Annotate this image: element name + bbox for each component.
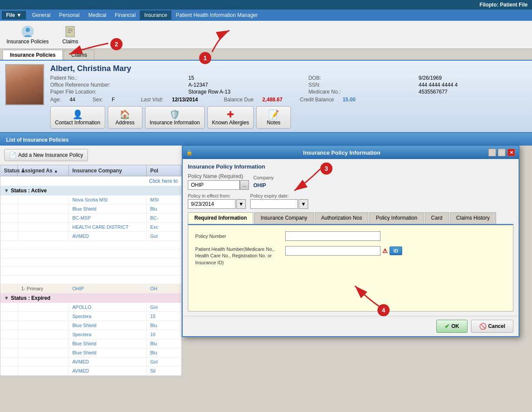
menu-financial[interactable]: Financial <box>110 10 140 20</box>
primary-row[interactable]: 1- Primary OHIP OH <box>0 284 181 293</box>
effect-date-input[interactable] <box>188 199 235 209</box>
table-row[interactable]: Spectera 15 <box>0 312 181 321</box>
medicare-label: Medicare No.: <box>308 89 410 95</box>
age-value: 44 <box>70 97 75 103</box>
policy-number-label: Policy Number <box>195 234 282 239</box>
patient-action-buttons: 👤 Contact Information 🏠 Address 🛡️ Insur… <box>50 106 527 129</box>
modal-maximize-btn[interactable]: □ <box>498 149 506 156</box>
modal-close-btn[interactable]: ✕ <box>507 149 515 156</box>
patient-health-input[interactable] <box>285 246 380 256</box>
table-row <box>0 267 181 276</box>
modal-minimize-btn[interactable]: _ <box>488 149 496 156</box>
cancel-button[interactable]: 🚫 Cancel <box>471 320 513 333</box>
policy-number-input[interactable] <box>285 231 380 241</box>
expiry-date-dropdown-icon[interactable]: ▼ <box>299 199 308 209</box>
col-company: Insurance Company <box>69 165 147 176</box>
modal-controls: _ □ ✕ <box>488 149 515 156</box>
last-visit-value: 12/13/2014 <box>172 97 198 103</box>
policy-name-input[interactable] <box>188 180 240 190</box>
notes-btn[interactable]: 📝 Notes <box>256 106 291 129</box>
table-row[interactable]: Spectera 10 <box>0 330 181 339</box>
svg-rect-2 <box>66 26 74 37</box>
menu-phim[interactable]: Patient Health Information Manager <box>171 10 262 20</box>
inner-tab-insurance-company[interactable]: Insurance Company <box>254 212 313 224</box>
office-ref-label: Office Reference Number: <box>50 82 180 88</box>
insurance-info-btn[interactable]: 🛡️ Insurance Information <box>145 106 205 129</box>
insurance-icon: 🛡️ <box>169 109 180 120</box>
claims-icon <box>63 25 77 39</box>
table-row[interactable]: BC-MSP BC- <box>0 214 181 223</box>
table-row[interactable]: Blue Shield Blu <box>0 339 181 348</box>
active-section-header: ▼ Status : Active <box>0 186 181 195</box>
inner-tab-policy-info[interactable]: Policy Information <box>369 212 423 224</box>
patient-health-row: Patient Health Number(Medicare No., Heal… <box>195 246 506 266</box>
medicare-value: 4535567677 <box>419 89 527 95</box>
menu-personal[interactable]: Personal <box>55 10 84 20</box>
table-row <box>0 250 181 258</box>
contact-info-btn[interactable]: 👤 Contact Information <box>50 106 105 129</box>
table-row[interactable]: HEALTH CARE DISTRICT Exc <box>0 223 181 232</box>
add-policy-icon: 📄 <box>9 152 16 159</box>
id-button[interactable]: ID <box>390 247 402 255</box>
policy-name-input-group: ... <box>188 180 249 190</box>
inner-tab-auth-nos[interactable]: Authorization Nos <box>315 212 369 224</box>
table-row[interactable]: Blue Shield Blu <box>0 321 181 330</box>
inner-tab-claims-history[interactable]: Claims History <box>450 212 496 224</box>
table-row <box>0 276 181 284</box>
inner-tabs: Required Information Insurance Company A… <box>188 212 513 225</box>
menu-medical[interactable]: Medical <box>84 10 110 20</box>
allergies-icon: ✚ <box>227 109 234 120</box>
policy-name-browse-btn[interactable]: ... <box>240 180 249 190</box>
table-row[interactable]: Blue Shield Blu <box>0 348 181 357</box>
table-row[interactable]: AVMED Gol <box>0 357 181 367</box>
inner-tab-required[interactable]: Required Information <box>188 212 253 224</box>
col-pol: Pol <box>147 165 181 176</box>
left-panel: 📄 Add a New Insurance Policy Status ▲ As… <box>0 146 182 371</box>
claims-label: Claims <box>62 39 78 45</box>
expired-section-header: ▼ Status : Expired <box>0 293 181 303</box>
table-row[interactable]: AVMED Gol <box>0 232 181 241</box>
dob-value: 9/26/1969 <box>419 75 527 81</box>
error-icon: ⚠ <box>382 247 388 254</box>
table-row <box>0 241 181 250</box>
contact-icon: 👤 <box>72 109 83 120</box>
modal-section-title: Insurance Policy Information <box>188 163 513 170</box>
credit-balance-value: 15.00 <box>342 97 355 103</box>
table-row[interactable]: AVMED Sil <box>0 367 181 376</box>
patient-details: Patient No.: 15 DOB: 9/26/1969 Office Re… <box>50 75 527 95</box>
insurance-policy-modal: 🔒 Insurance Policy Information _ □ ✕ Ins… <box>182 145 519 337</box>
sub-tab-claims[interactable]: Claims <box>64 50 94 60</box>
modal-title-icon: 🔒 <box>186 149 193 156</box>
list-header-bar: 📄 Add a New Insurance Policy <box>0 146 182 165</box>
patient-number-label: Patient No.: <box>50 75 180 81</box>
file-menu[interactable]: File ▼ <box>2 11 26 19</box>
ok-button[interactable]: ✔ OK <box>436 320 468 333</box>
add-policy-button[interactable]: 📄 Add a New Insurance Policy <box>4 149 88 161</box>
effect-date-dropdown-icon[interactable]: ▼ <box>236 199 246 209</box>
sub-tab-insurance-policies[interactable]: Insurance Policies <box>3 50 63 60</box>
claims-toolbar-btn[interactable]: Claims <box>55 23 85 47</box>
paper-file-value: Storage Row A-13 <box>188 89 300 95</box>
table-row[interactable]: Blue Shield Blu <box>0 204 181 214</box>
allergies-btn[interactable]: ✚ Known Allergies <box>207 106 254 129</box>
click-here-row: Click here to <box>0 176 181 186</box>
table-row[interactable]: APOLLO Gol <box>0 303 181 312</box>
insurance-policies-toolbar-btn[interactable]: Insurance Policies <box>3 23 52 47</box>
table-row[interactable]: Nova Scotia MSI MSI <box>0 195 181 204</box>
paper-file-label: Paper File Location: <box>50 89 180 95</box>
address-btn[interactable]: 🏠 Address <box>108 106 142 129</box>
policy-table: Status ▲ Assigned As ▲ Insurance Company… <box>0 165 182 376</box>
dob-label: DOB: <box>308 75 410 81</box>
policy-name-group: Policy Name (Required) ... <box>188 173 249 190</box>
expiry-date-group: Policy expiry date: ▼ <box>250 193 308 209</box>
inner-tab-content: Policy Number Patient Health Number(Medi… <box>188 225 513 311</box>
inner-tab-card[interactable]: Card <box>425 212 449 224</box>
menu-insurance[interactable]: Insurance <box>140 10 171 20</box>
last-visit-label: Last Visit: <box>141 97 163 103</box>
menu-general[interactable]: General <box>28 10 55 20</box>
expiry-date-input[interactable] <box>250 199 298 209</box>
patient-health-label: Patient Health Number(Medicare No., Heal… <box>195 246 282 266</box>
age-label: Age: <box>50 97 61 103</box>
company-group: Company OHIP <box>253 175 274 190</box>
balance-due-label: Balance Due <box>224 97 254 103</box>
